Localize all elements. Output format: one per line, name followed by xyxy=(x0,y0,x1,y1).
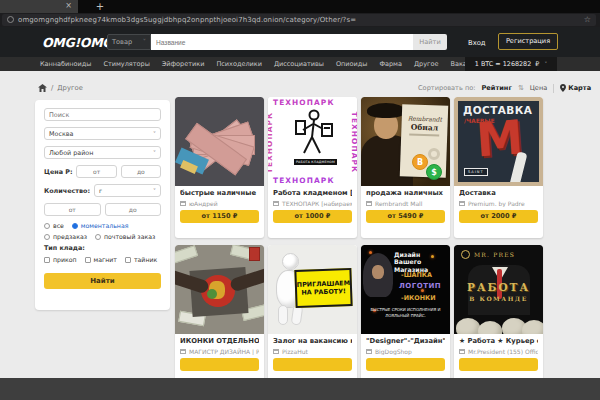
nav-item-pharma[interactable]: Фарма xyxy=(379,60,402,68)
product-title[interactable]: Залог на вакансию кур… xyxy=(273,337,352,345)
price-button[interactable] xyxy=(273,358,352,371)
figure-face-shape xyxy=(372,265,384,279)
bookmark-star-icon[interactable]: ☆ xyxy=(584,14,591,26)
seller-name[interactable]: Mr.President (155) Official xyxy=(468,348,538,355)
product-image[interactable] xyxy=(175,97,264,186)
price-button[interactable] xyxy=(180,358,259,371)
browser-tab[interactable]: × xyxy=(0,0,78,13)
product-image[interactable]: Дизайн Вашего Магазина -ШАПКА ЛОГОТИП -И… xyxy=(361,245,450,334)
product-title[interactable]: ★ Работа ★ Курьер от … xyxy=(459,337,538,345)
moneybag-shape xyxy=(456,318,480,334)
art-title: ДОСТАВКА xyxy=(463,104,532,116)
price-button[interactable]: от 2000 ₽ xyxy=(459,210,538,223)
radio-preorder[interactable]: предзаказ xyxy=(44,233,87,240)
price-button[interactable]: от 1150 ₽ xyxy=(180,210,259,223)
radio-all[interactable]: все xyxy=(44,222,64,229)
site-info-icon[interactable] xyxy=(7,16,14,23)
search-input[interactable] xyxy=(151,34,413,50)
radio-mail[interactable]: почтовый заказ xyxy=(95,233,155,240)
product-image[interactable]: ПРИГЛАШАЕМ НА РАБОТУ! xyxy=(268,245,357,334)
nav-item-cannabinoids[interactable]: Каннабиноиды xyxy=(40,60,91,68)
price-to-input[interactable] xyxy=(121,165,161,178)
nav-item-dissociatives[interactable]: Диссоциативы xyxy=(274,60,324,68)
browser-tab-bar: × + xyxy=(0,0,600,13)
seller-name[interactable]: МАГИСТР ДИЗАЙНА | РИ… xyxy=(189,348,259,355)
radio-mail-label: почтовый заказ xyxy=(104,233,155,240)
price-button[interactable]: от 5490 ₽ xyxy=(366,210,445,223)
search-button[interactable]: Найти xyxy=(413,34,447,50)
product-image[interactable]: MR. PRES РАБОТА В КОМАНДЕ xyxy=(454,245,543,334)
product-title[interactable]: продажа наличных xyxy=(366,189,445,197)
map-link[interactable]: Карта xyxy=(560,84,591,92)
nav-item-stimulants[interactable]: Стимуляторы xyxy=(103,60,149,68)
nav-item-other[interactable]: Другое xyxy=(414,60,438,68)
city-select[interactable]: Москва ˅ xyxy=(44,127,161,140)
nav-item-psychedelics[interactable]: Психоделики xyxy=(216,60,262,68)
stamp-shape xyxy=(249,247,260,261)
product-card[interactable]: ИКОНКИ ОТДЕЛЬНО | … МАГИСТР ДИЗАЙНА | РИ… xyxy=(175,245,264,386)
product-title[interactable]: "Designer"-"Дизайн" xyxy=(366,337,445,345)
product-card[interactable]: Дизайн Вашего Магазина -ШАПКА ЛОГОТИП -И… xyxy=(361,245,450,386)
btc-rate-selector[interactable]: 1 BTC = 1268282 ₽ ˅ xyxy=(465,57,557,71)
product-card[interactable]: М ДОСТАВКА /ЧАЕВЫЕ SAINT Доставка Premiu… xyxy=(454,97,543,238)
price-from-input[interactable] xyxy=(76,165,116,178)
art-badge: SAINT xyxy=(464,168,488,176)
product-image[interactable]: Rembrandt Обнал B $ xyxy=(361,97,450,186)
checkbox-prikop[interactable]: прикоп xyxy=(44,256,77,263)
url-field[interactable]: omgomgnghdfpkneeg74kmob3dgs5uggjdbhpq2on… xyxy=(2,14,596,26)
price-button[interactable] xyxy=(459,358,538,371)
breadcrumb-category[interactable]: Другое xyxy=(57,84,83,92)
shop-icon xyxy=(366,349,372,354)
quantity-from-input[interactable] xyxy=(44,203,101,216)
sort-bar: Сортировать по: Рейтинг ⇅ Цена Карта xyxy=(418,82,591,94)
product-card[interactable]: Rembrandt Обнал B $ продажа наличных Rem… xyxy=(361,97,450,238)
new-tab-icon[interactable]: + xyxy=(94,0,106,13)
product-title[interactable]: ИКОНКИ ОТДЕЛЬНО | … xyxy=(180,337,259,345)
seller-name[interactable]: Rembrandt Mall xyxy=(375,200,422,207)
product-image[interactable] xyxy=(175,245,264,334)
nav-item-euphoretics[interactable]: Эйфоретики xyxy=(162,60,205,68)
sort-arrows-icon[interactable]: ⇅ xyxy=(518,84,524,92)
seller-name[interactable]: ТЕХНОПАРК [набираем к… xyxy=(282,200,352,207)
district-select-value: Любой район xyxy=(49,149,93,157)
login-link[interactable]: Вход xyxy=(468,39,486,47)
register-button[interactable]: Регистрация xyxy=(498,33,558,50)
filter-search-input[interactable] xyxy=(44,108,161,121)
product-card[interactable]: ПРИГЛАШАЕМ НА РАБОТУ! Залог на вакансию … xyxy=(268,245,357,386)
nav-item-opioids[interactable]: Опиоиды xyxy=(336,60,367,68)
seller-name[interactable]: PizzaHut xyxy=(282,348,308,355)
checkbox-magnet[interactable]: магнит xyxy=(85,256,117,263)
moneybag-shape xyxy=(522,320,543,334)
checkbox-tainik[interactable]: тайник xyxy=(125,256,157,263)
price-button[interactable]: от 1000 ₽ xyxy=(273,210,352,223)
seller-name[interactable]: BigDogShop xyxy=(375,348,412,355)
map-pin-icon xyxy=(560,84,566,92)
close-tab-icon[interactable]: × xyxy=(65,1,72,10)
product-title[interactable]: быстрые наличные xyxy=(180,189,259,197)
radio-instant[interactable]: моментальная xyxy=(72,222,129,229)
apply-filters-button[interactable]: Найти xyxy=(44,273,161,289)
product-title[interactable]: Работа кладменом [Вы… xyxy=(273,189,352,197)
district-select[interactable]: Любой район ˅ xyxy=(44,146,161,159)
shop-icon xyxy=(180,349,186,354)
product-card[interactable]: быстрые наличные юАндрей от 1150 ₽ xyxy=(175,97,264,238)
product-card[interactable]: ТЕХНОПАРК ТЕХНОПАРК ТЕХНОПАРК ТЕХНОПАРК xyxy=(268,97,357,238)
product-title[interactable]: Доставка xyxy=(459,189,538,197)
shop-icon xyxy=(180,201,186,206)
art-footer-line: БЫСТРЫЕ СРОКИ ИСПОЛНЕНИЯ И ЛОЯЛЬНЫЙ ПРАЙ… xyxy=(363,307,448,318)
art-line: ЛОГОТИП xyxy=(399,282,441,290)
divider xyxy=(553,84,554,93)
product-image[interactable]: М ДОСТАВКА /ЧАЕВЫЕ SAINT xyxy=(454,97,543,186)
product-image[interactable]: ТЕХНОПАРК ТЕХНОПАРК ТЕХНОПАРК ТЕХНОПАРК xyxy=(268,97,357,186)
home-icon[interactable] xyxy=(38,84,47,92)
seller-name[interactable]: Premium. by Padre xyxy=(468,200,525,207)
seller-name[interactable]: юАндрей xyxy=(189,200,218,207)
sort-by-price[interactable]: Цена xyxy=(530,84,548,92)
category-select[interactable]: Товар ˅ xyxy=(107,34,151,50)
price-button[interactable] xyxy=(366,358,445,371)
quantity-to-input[interactable] xyxy=(105,203,162,216)
sort-by-rating[interactable]: Рейтинг xyxy=(482,84,512,92)
quantity-unit-select[interactable]: г ˅ xyxy=(94,184,161,197)
product-card[interactable]: MR. PRES РАБОТА В КОМАНДЕ ★ Работа ★ Кур… xyxy=(454,245,543,386)
radio-all-label: все xyxy=(53,222,64,229)
